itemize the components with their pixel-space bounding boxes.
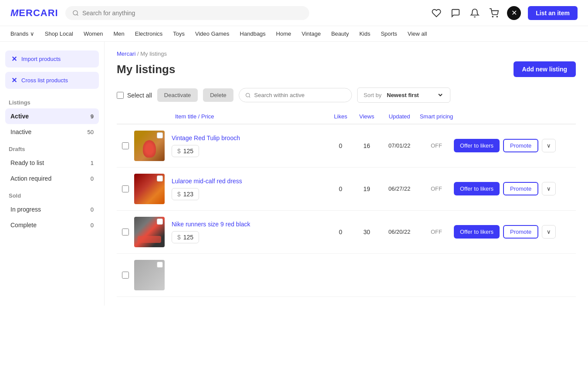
row4-checkbox-wrap [117, 272, 134, 279]
sidebar-item-in-progress[interactable]: In progress 0 [5, 202, 99, 217]
select-all-checkbox[interactable] [117, 92, 124, 99]
row1-offer-button[interactable]: Offer to likers [454, 139, 500, 152]
ready-label: Ready to list [10, 159, 44, 166]
sidebar-item-active[interactable]: Active 9 [5, 108, 99, 124]
row2-views: 19 [354, 185, 380, 192]
nav-handbags[interactable]: Handbags [240, 30, 266, 37]
search-within-input[interactable] [254, 92, 345, 98]
nav-vintage[interactable]: Vintage [302, 30, 321, 37]
nav-kids[interactable]: Kids [359, 30, 370, 37]
drafts-section-label: Drafts [5, 140, 99, 155]
sidebar-item-complete[interactable]: Complete 0 [5, 217, 99, 233]
bell-icon[interactable] [469, 7, 481, 19]
row2-price-symbol: $ [177, 191, 181, 198]
heart-icon[interactable] [430, 7, 443, 19]
search-icon [72, 10, 79, 17]
row3-info: Nike runners size 9 red black $ 125 [165, 221, 328, 243]
inactive-count: 50 [88, 129, 94, 135]
svg-line-5 [249, 96, 250, 97]
row1-likes: 0 [328, 142, 354, 149]
in-progress-label: In progress [10, 206, 41, 213]
row3-checkbox[interactable] [122, 229, 129, 235]
nav-bar: Brands ∨ Shop Local Women Men Electronic… [0, 26, 588, 42]
header: MERCARI ✕ List an item [0, 0, 588, 26]
nav-video-games[interactable]: Video Games [195, 30, 230, 37]
row3-more-button[interactable]: ∨ [542, 225, 556, 239]
nav-women[interactable]: Women [84, 30, 103, 37]
nav-beauty[interactable]: Beauty [331, 30, 348, 37]
table-row: Vintage Red Tulip brooch $ 125 0 16 07/0… [117, 124, 576, 168]
row2-promote-button[interactable]: Promote [503, 182, 538, 195]
svg-point-0 [73, 10, 78, 15]
sort-by-container: Sort by Newest first Oldest first Price:… [357, 87, 450, 103]
search-input[interactable] [82, 10, 302, 17]
delete-button[interactable]: Delete [203, 88, 233, 102]
sidebar-item-inactive[interactable]: Inactive 50 [5, 124, 99, 140]
row2-image [134, 174, 165, 204]
sidebar-item-ready[interactable]: Ready to list 1 [5, 155, 99, 171]
row1-promote-button[interactable]: Promote [503, 139, 538, 152]
add-new-listing-button[interactable]: Add new listing [514, 61, 576, 77]
row3-price: $ 125 [172, 231, 199, 243]
header-icons: ✕ List an item [430, 6, 578, 20]
row2-actions: Offer to likers Promote ∨ [454, 182, 576, 195]
col-header-likes: Likes [328, 113, 354, 120]
in-progress-count: 0 [91, 206, 94, 213]
row1-price-symbol: $ [177, 148, 181, 155]
row3-offer-button[interactable]: Offer to likers [454, 225, 500, 239]
nav-shop-local[interactable]: Shop Local [45, 30, 73, 37]
breadcrumb-parent[interactable]: Mercari [117, 50, 135, 57]
sort-select[interactable]: Newest first Oldest first Price: Low to … [385, 91, 444, 99]
row3-promote-button[interactable]: Promote [503, 225, 538, 239]
row4-checkbox[interactable] [122, 272, 129, 279]
row2-more-button[interactable]: ∨ [542, 182, 556, 195]
list-item-button[interactable]: List an item [528, 6, 578, 20]
nav-view-all[interactable]: View all [408, 30, 427, 37]
ready-count: 1 [91, 160, 94, 166]
row1-checkbox[interactable] [122, 142, 129, 149]
nav-toys[interactable]: Toys [173, 30, 185, 37]
row1-more-button[interactable]: ∨ [542, 139, 556, 152]
cart-icon[interactable] [488, 7, 500, 19]
active-count: 9 [91, 113, 94, 120]
sort-label: Sort by [364, 92, 382, 98]
row2-offer-button[interactable]: Offer to likers [454, 182, 500, 195]
chat-icon[interactable] [449, 7, 462, 19]
page-title: My listings [117, 63, 175, 76]
row3-actions: Offer to likers Promote ∨ [454, 225, 576, 239]
avatar[interactable]: ✕ [507, 6, 521, 20]
row1-views: 16 [354, 142, 380, 149]
sidebar-item-action-required[interactable]: Action required 0 [5, 171, 99, 186]
cross-list-button[interactable]: ✕ Cross list products [5, 72, 99, 89]
row3-likes: 0 [328, 229, 354, 235]
row2-checkbox[interactable] [122, 185, 129, 192]
row2-name[interactable]: Lularoe mid-calf red dress [172, 178, 321, 185]
complete-count: 0 [91, 222, 94, 229]
svg-point-4 [246, 93, 249, 97]
col-header-smart: Smart pricing [419, 113, 454, 120]
search-within-bar [239, 88, 352, 102]
nav-brands[interactable]: Brands ∨ [10, 30, 34, 37]
nav-electronics[interactable]: Electronics [135, 30, 163, 37]
row3-smart: OFF [419, 229, 454, 235]
row2-updated: 06/27/22 [380, 185, 419, 192]
breadcrumb-current: My listings [140, 50, 167, 57]
logo[interactable]: MERCARI [10, 7, 58, 19]
row1-name[interactable]: Vintage Red Tulip brooch [172, 135, 321, 141]
row3-price-symbol: $ [177, 234, 181, 241]
row3-name[interactable]: Nike runners size 9 red black [172, 221, 321, 228]
action-count: 0 [91, 175, 94, 182]
nav-home[interactable]: Home [276, 30, 291, 37]
row1-price: $ 125 [172, 145, 199, 157]
deactivate-button[interactable]: Deactivate [157, 88, 198, 102]
sold-section-label: Sold [5, 186, 99, 202]
main-layout: ✕ Import products ✕ Cross list products … [0, 42, 588, 306]
action-label: Action required [10, 175, 51, 182]
nav-sports[interactable]: Sports [381, 30, 397, 37]
row2-info: Lularoe mid-calf red dress $ 123 [165, 178, 328, 200]
nav-men[interactable]: Men [113, 30, 124, 37]
select-all-label: Select all [127, 92, 152, 99]
import-label: Import products [21, 56, 61, 62]
cross-label: Cross list products [21, 77, 68, 84]
import-products-button[interactable]: ✕ Import products [5, 50, 99, 67]
